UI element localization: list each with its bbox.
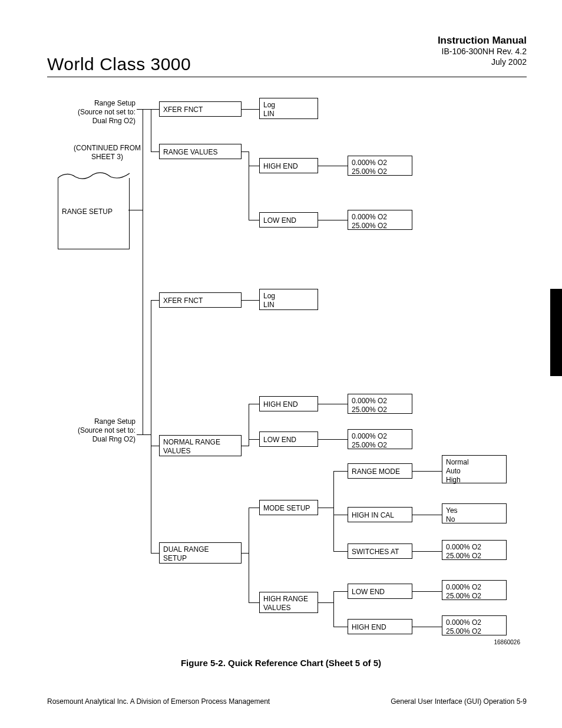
box-mode-setup: MODE SETUP xyxy=(259,500,318,515)
box-o2-sw: 0.000% O2 25.00% O2 xyxy=(442,540,507,560)
box-o2-he1: 0.000% O2 25.00% O2 xyxy=(348,156,412,176)
box-xfer-fnct-1: XFER FNCT xyxy=(159,101,242,117)
range-setup-label: RANGE SETUP xyxy=(62,207,113,216)
box-range-values: RANGE VALUES xyxy=(159,144,242,159)
page-footer: Rosemount Analytical Inc. A Division of … xyxy=(47,697,527,706)
box-high-range-values: HIGH RANGE VALUES xyxy=(259,592,318,613)
box-dual-range-setup: DUAL RANGE SETUP xyxy=(159,542,242,564)
box-high-end-1: HIGH END xyxy=(259,158,318,173)
drawing-number: 16860026 xyxy=(494,639,521,645)
box-o2-he-hr: 0.000% O2 25.00% O2 xyxy=(442,615,507,635)
box-o2-le-hr: 0.000% O2 25.00% O2 xyxy=(442,580,507,600)
page-header: Instruction Manual IB-106-300NH Rev. 4.2… xyxy=(47,34,527,77)
box-loglin-1: Log LIN xyxy=(259,98,318,119)
box-low-end-2: LOW END xyxy=(259,431,318,447)
box-high-end-2: HIGH END xyxy=(259,396,318,411)
box-o2-le2: 0.000% O2 25.00% O2 xyxy=(348,429,412,449)
box-normal-auto-high: Normal Auto High xyxy=(442,455,507,483)
flowchart: Range Setup (Source not set to: Dual Rng… xyxy=(47,88,527,643)
box-o2-he2: 0.000% O2 25.00% O2 xyxy=(348,394,412,414)
box-o2-le1: 0.000% O2 25.00% O2 xyxy=(348,210,412,230)
box-high-end-hr: HIGH END xyxy=(348,619,412,634)
box-high-in-cal: HIGH IN CAL xyxy=(348,507,412,522)
box-switches-at: SWITCHES AT xyxy=(348,543,412,559)
note-range-setup-top: Range Setup (Source not set to: Dual Rng… xyxy=(53,99,135,126)
box-low-end-1: LOW END xyxy=(259,212,318,228)
footer-right: General User Interface (GUI) Operation 5… xyxy=(391,697,527,706)
box-loglin-2: Log LIN xyxy=(259,289,318,310)
box-range-mode: RANGE MODE xyxy=(348,463,412,479)
figure-caption: Figure 5-2. Quick Reference Chart (Sheet… xyxy=(0,658,562,668)
box-xfer-fnct-2: XFER FNCT xyxy=(159,292,242,308)
box-normal-range-values: NORMAL RANGE VALUES xyxy=(159,435,242,456)
doc-date: July 2002 xyxy=(438,57,527,68)
box-yes-no: Yes No xyxy=(442,503,507,523)
manual-label: Instruction Manual xyxy=(438,34,527,47)
note-continued: (CONTINUED FROM SHEET 3) xyxy=(66,144,148,162)
box-range-setup: RANGE SETUP xyxy=(58,178,130,249)
box-low-end-hr: LOW END xyxy=(348,584,412,599)
footer-left: Rosemount Analytical Inc. A Division of … xyxy=(47,697,270,706)
note-range-setup-bot: Range Setup (Source not set to: Dual Rng… xyxy=(53,417,135,444)
page-edge-tab xyxy=(550,289,562,376)
doc-id: IB-106-300NH Rev. 4.2 xyxy=(438,47,527,57)
